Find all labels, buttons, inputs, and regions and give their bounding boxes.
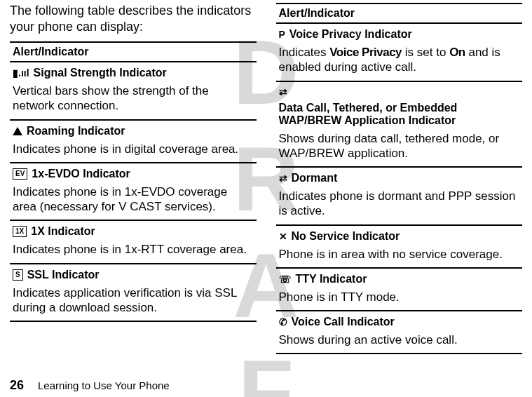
row-desc-mid1: is set to	[402, 46, 449, 59]
row-desc: Shows during an active voice call.	[279, 332, 520, 347]
row-title-label: Roaming Indicator	[27, 125, 125, 137]
ssl-box-icon: S	[13, 269, 23, 281]
row-desc: Indicates phone is in 1x-RTT coverage ar…	[13, 242, 254, 257]
table-row: P Voice Privacy Indicator Indicates Voic…	[276, 23, 523, 81]
row-desc: Indicates application verification is vi…	[13, 285, 254, 316]
one-x-box-icon: 1X	[13, 226, 27, 237]
two-column-layout: The following table describes the indica…	[0, 0, 532, 354]
row-title-label: 1x-EVDO Indicator	[32, 168, 130, 180]
row-desc: Phone is in TTY mode.	[279, 290, 520, 304]
p-icon: P	[279, 29, 285, 40]
data-arrows-icon: ⇄	[279, 86, 287, 97]
indicator-table-left: Alert/Indicator ▮.ııl Signal Strength In…	[10, 41, 257, 322]
row-title-label: 1X Indicator	[31, 225, 95, 238]
row-desc-cond2: On	[449, 46, 465, 59]
page-number: 26	[10, 378, 24, 393]
row-title-label: Voice Call Indicator	[292, 316, 395, 328]
row-title-label: TTY Indicator	[296, 273, 367, 285]
row-title-label: Dormant	[292, 172, 338, 184]
row-desc-cond1: Voice Privacy	[329, 46, 402, 59]
row-desc: Indicates phone is in digital coverage a…	[13, 142, 254, 156]
table-row: ⇄ Data Call, Tethered, or Embedded WAP/B…	[276, 81, 523, 168]
table-row: ✆ Voice Call Indicator Shows during an a…	[276, 311, 523, 354]
indicator-table-right: Alert/Indicator P Voice Privacy Indicato…	[276, 3, 523, 354]
triangle-icon	[13, 127, 22, 135]
voice-call-icon: ✆	[279, 316, 287, 328]
row-desc-pre: Indicates	[279, 46, 330, 59]
table-header: Alert/Indicator	[10, 42, 257, 62]
dormant-icon: ⇄	[279, 173, 287, 184]
row-desc: Indicates phone is dormant and PPP sessi…	[279, 189, 520, 219]
row-desc: Vertical bars show the strength of the n…	[13, 83, 254, 114]
table-row: S SSL Indicator Indicates application ve…	[10, 264, 257, 322]
table-row: ▮.ııl Signal Strength Indicator Vertical…	[10, 62, 257, 120]
row-title-label: Data Call, Tethered, or Embedded WAP/BRE…	[279, 102, 520, 127]
row-desc-pre: Indicates	[279, 189, 330, 203]
footer-text: Learning to Use Your Phone	[38, 379, 170, 391]
page-footer: 26 Learning to Use Your Phone	[10, 378, 170, 393]
table-row: 1X 1X Indicator Indicates phone is in 1x…	[10, 220, 257, 263]
table-header: Alert/Indicator	[276, 4, 523, 23]
row-title-label: SSL Indicator	[27, 269, 100, 281]
row-desc: Indicates Voice Privacy is set to On and…	[279, 45, 520, 75]
row-desc: Phone is in area with no service coverag…	[279, 247, 520, 262]
row-desc: Indicates phone is in 1x-EVDO coverage a…	[13, 184, 254, 215]
row-desc-pre: Indicates	[13, 286, 64, 300]
no-service-icon: ✕	[279, 231, 287, 242]
table-row: ☏ TTY Indicator Phone is in TTY mode.	[276, 268, 523, 311]
signal-bars-icon: ▮.ııl	[13, 67, 29, 79]
row-title-label: No Service Indicator	[292, 230, 400, 243]
right-column: Alert/Indicator P Voice Privacy Indicato…	[276, 3, 523, 354]
row-desc: Shows during data call, tethered mode, o…	[279, 131, 520, 161]
left-column: The following table describes the indica…	[10, 3, 257, 354]
row-title-label: Signal Strength Indicator	[34, 67, 167, 79]
table-row: EV 1x-EVDO Indicator Indicates phone is …	[10, 163, 257, 221]
table-row: ⇄ Dormant Indicates phone is dormant and…	[276, 167, 523, 225]
intro-text: The following table describes the indica…	[10, 3, 257, 34]
table-row: ✕ No Service Indicator Phone is in area …	[276, 225, 523, 268]
row-title-label: Voice Privacy Indicator	[289, 28, 412, 41]
tty-icon: ☏	[279, 274, 292, 285]
ev-box-icon: EV	[13, 168, 27, 180]
table-row: Roaming Indicator Indicates phone is in …	[10, 120, 257, 163]
